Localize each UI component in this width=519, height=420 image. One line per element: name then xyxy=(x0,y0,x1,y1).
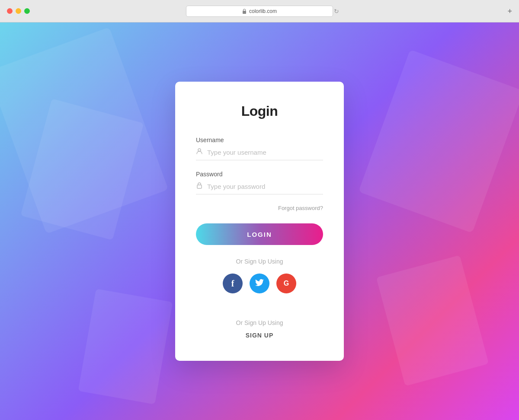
username-input-wrapper xyxy=(196,148,323,160)
reload-button[interactable]: ↻ xyxy=(334,8,339,15)
maximize-button[interactable] xyxy=(24,8,30,14)
password-input-wrapper xyxy=(196,182,323,194)
svg-point-1 xyxy=(198,149,201,151)
page-title: Login xyxy=(196,103,323,119)
bg-shape-5 xyxy=(78,289,173,404)
lock-icon xyxy=(196,182,203,191)
url-text: colorlib.com xyxy=(249,8,277,14)
facebook-button[interactable]: f xyxy=(223,274,243,293)
forgot-password-link[interactable]: Forgot password? xyxy=(196,205,323,211)
svg-rect-2 xyxy=(197,185,202,188)
close-button[interactable] xyxy=(7,8,13,14)
signup-link[interactable]: SIGN UP xyxy=(246,332,274,339)
browser-chrome: colorlib.com ↻ + xyxy=(0,0,519,22)
bg-shape-3 xyxy=(359,50,519,233)
login-button[interactable]: LOGIN xyxy=(196,223,323,245)
username-group: Username xyxy=(196,137,323,160)
person-icon xyxy=(196,148,203,156)
password-group: Password xyxy=(196,171,323,194)
address-bar[interactable]: colorlib.com xyxy=(186,6,333,17)
username-label: Username xyxy=(196,137,323,143)
password-input[interactable] xyxy=(207,183,323,190)
lock-icon xyxy=(242,9,247,14)
twitter-icon xyxy=(255,279,264,288)
traffic-lights xyxy=(7,8,30,14)
bg-shape-4 xyxy=(376,255,489,386)
facebook-icon: f xyxy=(231,279,234,289)
svg-rect-0 xyxy=(243,11,246,14)
login-card: Login Username Password xyxy=(175,82,344,361)
minimize-button[interactable] xyxy=(16,8,21,14)
or-sign-up-text-2: Or Sign Up Using xyxy=(196,319,323,326)
social-icons: f G xyxy=(196,274,323,293)
username-input[interactable] xyxy=(207,149,323,156)
google-icon: G xyxy=(284,280,289,287)
new-tab-button[interactable]: + xyxy=(507,7,512,15)
google-button[interactable]: G xyxy=(276,274,296,293)
main-content: Login Username Password xyxy=(0,22,519,420)
password-label: Password xyxy=(196,171,323,178)
or-sign-up-text: Or Sign Up Using xyxy=(196,258,323,265)
signup-section: Or Sign Up Using SIGN UP xyxy=(196,319,323,339)
twitter-button[interactable] xyxy=(250,274,269,293)
